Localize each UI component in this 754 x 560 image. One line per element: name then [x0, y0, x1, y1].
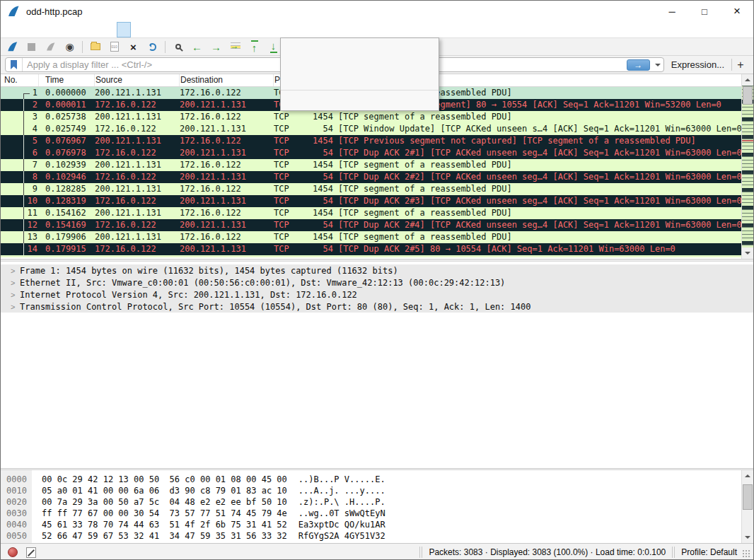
- packet-row[interactable]: 6 0.076978 172.16.0.122 200.121.1.131 TC…: [1, 147, 741, 159]
- hex-offset: 0050: [6, 530, 32, 542]
- packet-time: 0.076978: [39, 147, 95, 159]
- detail-line[interactable]: > Internet Protocol Version 4, Src: 200.…: [1, 288, 753, 301]
- hex-row[interactable]: 0020 00 7a 29 3a 00 50 a7 5c 04 48 e2 e2…: [1, 496, 741, 508]
- menu-item[interactable]: [60, 22, 74, 37]
- dropdown-menu-item[interactable]: [281, 71, 439, 86]
- hex-row[interactable]: 0040 45 61 33 78 70 74 44 63 51 4f 2f 6b…: [1, 519, 741, 530]
- hex-row[interactable]: 0000 00 0c 29 42 12 13 00 50 56 c0 00 01…: [1, 474, 741, 485]
- packet-row[interactable]: 4 0.025749 172.16.0.122 200.121.1.131 TC…: [1, 123, 741, 135]
- packet-row[interactable]: 8 0.102946 172.16.0.122 200.121.1.131 TC…: [1, 171, 741, 183]
- menu-item[interactable]: [74, 22, 88, 37]
- column-header-destination[interactable]: Destination: [180, 74, 274, 86]
- packet-list-scrollbar[interactable]: [741, 74, 753, 259]
- packet-row[interactable]: 9 0.128285 200.121.1.131 172.16.0.122 TC…: [1, 183, 741, 195]
- detail-line[interactable]: > Frame 1: 1454 bytes on wire (11632 bit…: [1, 264, 753, 276]
- column-header-no[interactable]: No.: [1, 74, 39, 86]
- file-icon: 010: [110, 42, 119, 52]
- go-back-button[interactable]: ←: [188, 39, 206, 54]
- detail-line[interactable]: > Transmission Control Protocol, Src Por…: [1, 301, 753, 313]
- packet-time: 0.102946: [39, 171, 95, 183]
- packet-row[interactable]: 13 0.179906 200.121.1.131 172.16.0.122 T…: [1, 231, 741, 243]
- goto-packet-icon: [231, 42, 240, 51]
- packet-row[interactable]: 7 0.102939 200.121.1.131 172.16.0.122 TC…: [1, 159, 741, 171]
- apply-filter-button[interactable]: →: [627, 59, 650, 71]
- menu-item[interactable]: [18, 22, 32, 37]
- go-first-packet-button[interactable]: ↑: [245, 39, 263, 54]
- menu-item[interactable]: [117, 22, 131, 37]
- capture-options-button[interactable]: ◉: [61, 39, 79, 54]
- goto-packet-button[interactable]: [226, 39, 244, 54]
- packet-time: 0.102939: [39, 159, 95, 171]
- stop-capture-button[interactable]: [23, 39, 40, 54]
- capture-comment-icon[interactable]: [26, 547, 36, 558]
- packet-count-summary: Packets: 3083 · Displayed: 3083 (100.0%)…: [429, 547, 666, 557]
- resize-grip[interactable]: [741, 549, 750, 558]
- packet-source: 172.16.0.122: [95, 171, 180, 183]
- expand-chevron-icon[interactable]: >: [11, 279, 20, 287]
- scrollbar-thumb[interactable]: [743, 86, 753, 105]
- packet-source: 200.121.1.131: [95, 135, 180, 147]
- hex-offset: 0020: [6, 496, 32, 508]
- hex-row[interactable]: 0030 ff ff 77 67 00 00 30 54 73 57 77 51…: [1, 508, 741, 519]
- minimize-button[interactable]: ─: [656, 1, 688, 22]
- hex-row[interactable]: 0010 05 a0 01 41 00 00 6a 06 d3 90 c8 79…: [1, 485, 741, 496]
- save-file-button[interactable]: 010: [105, 39, 123, 54]
- scrollbar-thumb[interactable]: [743, 484, 753, 510]
- packet-row[interactable]: 3 0.025738 200.121.1.131 172.16.0.122 TC…: [1, 111, 741, 123]
- menu-item[interactable]: [32, 22, 46, 37]
- forward-arrow-icon: →: [211, 42, 221, 52]
- packet-row[interactable]: 5 0.076967 200.121.1.131 172.16.0.122 TC…: [1, 135, 741, 147]
- expand-chevron-icon[interactable]: >: [11, 291, 20, 299]
- restart-capture-button[interactable]: [42, 39, 59, 54]
- packet-destination: 200.121.1.131: [180, 243, 274, 255]
- open-file-button[interactable]: [86, 39, 104, 54]
- expression-button[interactable]: Expression...: [671, 59, 724, 70]
- scroll-down-button[interactable]: [742, 247, 753, 259]
- add-filter-button[interactable]: +: [732, 59, 749, 71]
- menu-item[interactable]: [103, 22, 117, 37]
- dropdown-menu-item[interactable]: [281, 40, 439, 55]
- menu-bar: [1, 22, 753, 37]
- scroll-down-button[interactable]: [742, 532, 753, 543]
- packet-source: 172.16.0.122: [95, 219, 180, 231]
- expert-info-icon[interactable]: [8, 547, 18, 557]
- packet-no: 11: [1, 207, 39, 219]
- expand-chevron-icon[interactable]: >: [11, 303, 20, 311]
- packet-row[interactable]: 11 0.154162 200.121.1.131 172.16.0.122 T…: [1, 207, 741, 219]
- packet-source: 200.121.1.131: [95, 231, 180, 243]
- scroll-up-button[interactable]: [742, 470, 753, 482]
- packet-time: 0.179915: [39, 243, 95, 255]
- column-header-time[interactable]: Time: [39, 74, 95, 86]
- menu-item[interactable]: [4, 22, 18, 37]
- profile-label[interactable]: Profile: Default: [681, 547, 737, 557]
- start-capture-button[interactable]: [4, 39, 21, 54]
- hex-bytes: 45 61 33 78 70 74 44 63 51 4f 2f 6b 75 3…: [42, 519, 287, 530]
- packet-row[interactable]: 14 0.179915 172.16.0.122 200.121.1.131 T…: [1, 243, 741, 255]
- go-forward-button[interactable]: →: [207, 39, 225, 54]
- menu-item[interactable]: [88, 22, 103, 37]
- close-button[interactable]: ×: [721, 1, 753, 22]
- packet-destination: 172.16.0.122: [180, 231, 274, 243]
- filter-dropdown-caret[interactable]: [652, 58, 663, 71]
- dropdown-menu-item[interactable]: [281, 90, 439, 108]
- hex-scrollbar[interactable]: [741, 470, 753, 543]
- expand-chevron-icon[interactable]: >: [11, 267, 20, 275]
- detail-line[interactable]: > Ethernet II, Src: Vmware_c0:00:01 (00:…: [1, 276, 753, 288]
- hex-row[interactable]: 0050 52 66 47 59 67 53 32 41 34 47 59 35…: [1, 530, 741, 542]
- column-header-source[interactable]: Source: [95, 74, 180, 86]
- packet-no: 9: [1, 183, 39, 195]
- back-arrow-icon: ←: [192, 42, 202, 52]
- menu-item[interactable]: [131, 22, 145, 37]
- dropdown-menu-item[interactable]: [281, 55, 439, 71]
- hex-bytes: 05 a0 01 41 00 00 6a 06 d3 90 c8 79 01 8…: [42, 485, 287, 496]
- packet-row[interactable]: 12 0.154169 172.16.0.122 200.121.1.131 T…: [1, 219, 741, 231]
- filter-bookmark-button[interactable]: [6, 58, 23, 71]
- reload-button[interactable]: [144, 39, 161, 54]
- maximize-button[interactable]: □: [688, 1, 721, 22]
- find-packet-button[interactable]: [169, 39, 187, 54]
- scroll-up-button[interactable]: [742, 74, 753, 86]
- menu-item[interactable]: [145, 22, 159, 37]
- packet-row[interactable]: 10 0.128319 172.16.0.122 200.121.1.131 T…: [1, 195, 741, 207]
- menu-item[interactable]: [46, 22, 60, 37]
- close-file-button[interactable]: ×: [124, 39, 142, 54]
